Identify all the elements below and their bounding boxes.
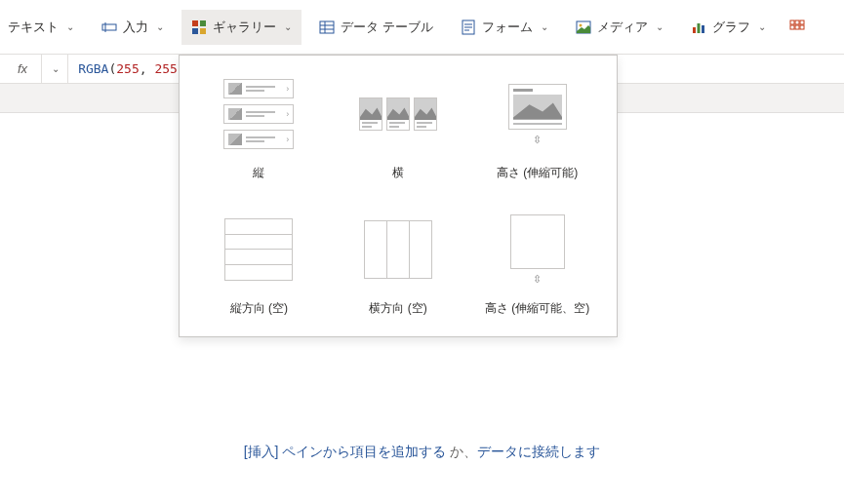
- ribbon-chart[interactable]: グラフ ⌄: [681, 10, 776, 45]
- svg-rect-18: [702, 25, 704, 33]
- ribbon-form-label: フォーム: [482, 19, 533, 36]
- ribbon-chart-label: グラフ: [712, 19, 750, 36]
- helper-link-connect-data[interactable]: データに接続します: [477, 444, 600, 459]
- input-icon: [101, 19, 117, 35]
- helper-mid: か、: [446, 444, 477, 459]
- preview-vertical-empty: [220, 211, 298, 289]
- svg-rect-20: [795, 20, 799, 24]
- chevron-down-icon: ⌄: [156, 21, 164, 32]
- svg-rect-23: [795, 25, 799, 29]
- fx-label: fx: [0, 55, 42, 83]
- ribbon-text-label: テキスト: [8, 19, 59, 36]
- svg-rect-19: [790, 20, 794, 24]
- ribbon-input[interactable]: 入力 ⌄: [92, 10, 174, 45]
- gallery-option-horizontal[interactable]: 横: [329, 75, 468, 181]
- ribbon-gallery-label: ギャラリー: [213, 19, 276, 36]
- resize-icon: ⇳: [533, 135, 542, 145]
- gallery-dropdown: › › › 縦 横 ⇳ 高さ (伸縮可能) 縦方向: [179, 55, 618, 337]
- chevron-down-icon: ⌄: [52, 63, 60, 74]
- ribbon-media[interactable]: メディア ⌄: [566, 10, 673, 45]
- ribbon-text[interactable]: テキスト ⌄: [0, 10, 84, 45]
- gallery-label-vertical: 縦: [253, 165, 264, 181]
- gallery-icon: [191, 19, 207, 35]
- preview-flex-height-empty: ⇳: [499, 211, 577, 289]
- svg-rect-3: [200, 20, 206, 26]
- preview-horizontal-empty: [359, 211, 437, 289]
- formula-input[interactable]: RGBA(255, 255: [68, 61, 187, 76]
- preview-horizontal: [359, 75, 437, 153]
- resize-icon: ⇳: [533, 274, 542, 285]
- empty-canvas-helper: [挿入] ペインから項目を追加する か、データに接続します: [0, 444, 844, 461]
- svg-rect-16: [693, 27, 696, 33]
- insert-ribbon: テキスト ⌄ 入力 ⌄ ギャラリー ⌄ データ テーブル フォーム ⌄: [0, 0, 844, 55]
- preview-flex-height: ⇳: [499, 75, 577, 153]
- formula-arg2: 255: [154, 61, 177, 76]
- chevron-down-icon: ⌄: [541, 21, 548, 32]
- grid-icon: [789, 19, 805, 35]
- helper-link-insert-pane[interactable]: [挿入] ペインから項目を追加する: [244, 444, 447, 459]
- comma: ,: [140, 61, 155, 76]
- svg-rect-17: [697, 23, 700, 33]
- ribbon-datatable[interactable]: データ テーブル: [309, 10, 443, 45]
- ribbon-media-label: メディア: [597, 19, 648, 36]
- svg-rect-21: [800, 20, 804, 24]
- fx-expand[interactable]: ⌄: [42, 55, 68, 83]
- chevron-down-icon: ⌄: [66, 21, 74, 32]
- svg-rect-24: [800, 25, 804, 29]
- chevron-down-icon: ⌄: [656, 21, 663, 32]
- chevron-down-icon: ⌄: [284, 21, 292, 32]
- svg-rect-22: [790, 25, 794, 29]
- gallery-label-flex-height-empty: 高さ (伸縮可能、空): [485, 300, 589, 317]
- gallery-option-horizontal-empty[interactable]: 横方向 (空): [329, 211, 468, 317]
- media-icon: [576, 19, 591, 35]
- datatable-icon: [319, 19, 335, 35]
- formula-arg1: 255: [116, 61, 139, 76]
- svg-rect-5: [200, 28, 206, 34]
- ribbon-gallery[interactable]: ギャラリー ⌄: [181, 10, 301, 45]
- gallery-option-flex-height-empty[interactable]: ⇳ 高さ (伸縮可能、空): [467, 211, 607, 317]
- svg-rect-4: [192, 28, 198, 34]
- chevron-down-icon: ⌄: [758, 21, 766, 32]
- gallery-label-flex-height: 高さ (伸縮可能): [497, 165, 578, 181]
- formula-fn: RGBA: [78, 61, 108, 76]
- svg-rect-2: [192, 20, 198, 26]
- svg-point-15: [579, 23, 582, 26]
- gallery-option-flex-height[interactable]: ⇳ 高さ (伸縮可能): [467, 75, 607, 181]
- ribbon-form[interactable]: フォーム ⌄: [451, 10, 558, 45]
- form-icon: [461, 19, 476, 35]
- ribbon-datatable-label: データ テーブル: [341, 19, 433, 36]
- ribbon-input-label: 入力: [123, 19, 148, 36]
- svg-rect-6: [320, 21, 334, 33]
- gallery-label-horizontal-empty: 横方向 (空): [369, 300, 426, 317]
- gallery-label-vertical-empty: 縦方向 (空): [230, 300, 288, 317]
- svg-rect-0: [102, 24, 116, 30]
- gallery-option-vertical-empty[interactable]: 縦方向 (空): [189, 211, 329, 317]
- gallery-label-horizontal: 横: [392, 165, 404, 181]
- chart-icon: [691, 19, 706, 35]
- ribbon-more[interactable]: [784, 10, 811, 45]
- preview-vertical: › › ›: [220, 75, 298, 153]
- gallery-option-vertical[interactable]: › › › 縦: [189, 75, 329, 181]
